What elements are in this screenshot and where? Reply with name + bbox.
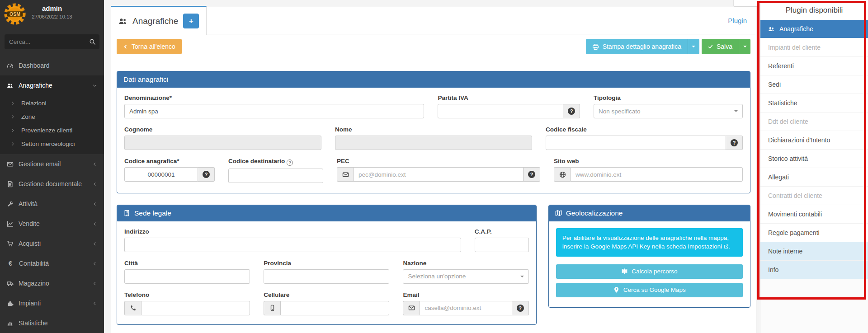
chevron-left-icon: [92, 221, 97, 226]
chevron-left-icon: [92, 281, 97, 286]
plugin-item-info[interactable]: Info: [760, 261, 868, 279]
plugin-item-allegati[interactable]: Allegati: [760, 168, 868, 187]
plugin-item-dichiarazioni-intento[interactable]: Dichiarazioni d'Intento: [760, 131, 868, 150]
tab-label: Anagrafiche: [132, 16, 178, 26]
sito-web-input[interactable]: [571, 167, 743, 182]
save-button[interactable]: Salva: [702, 39, 739, 54]
envelope-icon: [342, 171, 349, 178]
pec-input[interactable]: [354, 167, 524, 182]
sidebar-item-attivita[interactable]: Attività: [0, 194, 104, 214]
sidebar-item-acquisti[interactable]: Acquisti: [0, 234, 104, 253]
sidebar-item-magazzino[interactable]: Magazzino: [0, 273, 104, 293]
euro-icon: €: [7, 260, 14, 267]
save-dropdown-toggle[interactable]: [739, 39, 750, 54]
sidebar-subitem-relazioni[interactable]: Relazioni: [0, 96, 104, 110]
calcola-percorso-button[interactable]: Calcola percorso: [556, 264, 743, 279]
add-tab-button[interactable]: +: [183, 14, 199, 28]
denominazione-input[interactable]: [124, 104, 424, 118]
geolocalizzazione-panel: Geolocalizzazione Per abilitare la visua…: [548, 205, 750, 308]
codice-anagrafica-input[interactable]: [124, 167, 198, 182]
pec-help-addon[interactable]: ?: [524, 167, 540, 182]
codice-fiscale-input[interactable]: [546, 136, 726, 150]
sidebar-subitem-provenienze-clienti[interactable]: Provenienze clienti: [0, 123, 104, 137]
save-button-group: Salva: [702, 39, 750, 54]
caret-down-icon: [734, 110, 738, 112]
sidebar-item-contabilita[interactable]: € Contabilità: [0, 253, 104, 273]
printer-icon: [592, 43, 599, 50]
chevron-left-icon: [92, 162, 97, 167]
tachometer-icon: [7, 62, 14, 69]
nome-input: [335, 136, 532, 150]
question-circle-icon: ?: [517, 305, 524, 312]
plugin-item-storico-attivita[interactable]: Storico attività: [760, 150, 868, 168]
sidebar-search[interactable]: [5, 34, 99, 49]
email-input[interactable]: [420, 301, 512, 315]
telefono-input[interactable]: [141, 301, 250, 315]
codice-fiscale-field: Codice fiscale ?: [546, 126, 743, 150]
plugin-item-statistiche[interactable]: Statistiche: [760, 94, 868, 113]
chevron-right-icon: [10, 141, 15, 146]
plugin-item-regole-pagamenti[interactable]: Regole pagamenti: [760, 224, 868, 242]
dati-anagrafici-header: Dati anagrafici: [117, 71, 750, 88]
partita-iva-help-addon[interactable]: ?: [563, 104, 580, 118]
partita-iva-field: Partita IVA ?: [438, 94, 580, 118]
impostazioni-link[interactable]: Impostazioni: [688, 243, 722, 250]
question-circle-icon: ?: [528, 171, 535, 178]
print-button-group: Stampa dettaglio anagrafica: [586, 39, 699, 54]
plugin-item-sedi[interactable]: Sedi: [760, 75, 868, 94]
mobile-phone-icon: [269, 305, 276, 311]
signpost-icon: [621, 268, 628, 275]
map-icon: [555, 210, 562, 216]
sidebar-item-dashboard[interactable]: Dashboard: [0, 56, 104, 75]
envelope-icon: [7, 161, 14, 168]
phone-icon: [130, 305, 137, 311]
citta-input[interactable]: [124, 269, 250, 284]
partita-iva-input[interactable]: [438, 104, 563, 118]
cap-field: C.A.P.: [475, 228, 529, 252]
plugin-item-note-interne[interactable]: Note interne: [760, 242, 868, 261]
indirizzo-input[interactable]: [124, 238, 461, 252]
cerca-google-maps-button[interactable]: Cerca su Google Maps: [556, 283, 743, 297]
codice-destinatario-input[interactable]: [228, 169, 323, 183]
codice-anagrafica-help-addon[interactable]: ?: [198, 167, 215, 182]
email-help-addon[interactable]: ?: [512, 301, 529, 315]
sidebar-item-gestione-documentale[interactable]: Gestione documentale: [0, 174, 104, 194]
print-dropdown-toggle[interactable]: [688, 39, 699, 54]
provincia-input[interactable]: [264, 269, 389, 284]
print-detail-button[interactable]: Stampa dettaglio anagrafica: [586, 39, 688, 54]
plugin-item-contratti-del-cliente: Contratti del cliente: [760, 187, 868, 205]
caret-down-icon: [692, 46, 695, 47]
sidebar-item-vendite[interactable]: Vendite: [0, 214, 104, 234]
nazione-field: Nazione Seleziona un'opzione: [403, 260, 528, 284]
plugin-link[interactable]: Plugin: [728, 17, 747, 24]
cart-icon: [7, 240, 14, 247]
tipologia-select[interactable]: Non specificato: [594, 104, 743, 118]
question-circle-icon: ?: [731, 139, 738, 146]
cap-input[interactable]: [475, 238, 529, 252]
plugin-item-movimenti-contabili[interactable]: Movimenti contabili: [760, 205, 868, 224]
sidebar-subitem-zone[interactable]: Zone: [0, 110, 104, 123]
plugin-item-referenti[interactable]: Referenti: [760, 57, 868, 75]
users-icon: [118, 17, 127, 26]
sidebar-item-label: Anagrafiche: [19, 82, 52, 89]
sidebar-item-statistiche[interactable]: Statistiche: [0, 313, 104, 333]
codice-fiscale-help-addon[interactable]: ?: [726, 136, 743, 150]
search-icon[interactable]: [89, 38, 96, 45]
sidebar-menu: Dashboard Anagrafiche Relazioni Zone: [0, 56, 104, 333]
sidebar-item-impianti[interactable]: Impianti: [0, 293, 104, 313]
plugin-item-anagrafiche[interactable]: Anagrafiche: [760, 20, 868, 38]
cellulare-input[interactable]: [280, 301, 389, 315]
sidebar-item-anagrafiche[interactable]: Anagrafiche: [0, 75, 104, 95]
external-link-icon: [724, 244, 729, 249]
logo-text: OSM: [9, 11, 20, 17]
search-input[interactable]: [9, 38, 89, 45]
nazione-select[interactable]: Seleziona un'opzione: [403, 269, 528, 284]
chevron-left-icon: [92, 241, 97, 246]
chevron-left-icon: [92, 301, 97, 306]
sito-web-field: Sito web: [554, 158, 743, 183]
tab-anagrafiche[interactable]: Anagrafiche +: [111, 6, 207, 35]
sidebar-subitem-settori-merceologici[interactable]: Settori merceologici: [0, 137, 104, 150]
sidebar-item-gestione-email[interactable]: Gestione email: [0, 154, 104, 174]
denominazione-field: Denominazione*: [124, 94, 424, 118]
back-to-list-button[interactable]: Torna all'elenco: [117, 39, 182, 54]
